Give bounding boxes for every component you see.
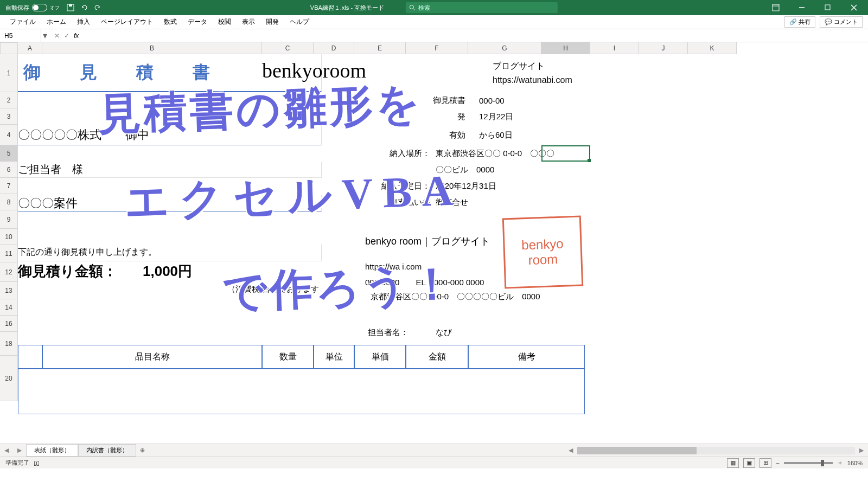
row-header-13[interactable]: 13 — [0, 282, 18, 299]
column-header-F[interactable]: F — [406, 42, 468, 54]
date-value: 12月22日 — [479, 108, 588, 125]
tax-note: （消費税 合んでおります — [202, 281, 322, 297]
project-name: 〇〇〇案件 — [18, 195, 322, 211]
namebox-dropdown-icon[interactable]: ▾ — [41, 30, 49, 41]
undo-icon[interactable] — [80, 4, 88, 12]
name-box[interactable]: H5 — [0, 29, 41, 42]
column-header-C[interactable]: C — [262, 42, 314, 54]
search-input[interactable]: 検索 — [406, 2, 558, 13]
sheet-tab-inactive[interactable]: 内訳書（雛形） — [78, 444, 136, 457]
zoom-slider[interactable] — [784, 462, 833, 464]
save-icon[interactable] — [66, 4, 74, 12]
fill-handle[interactable] — [588, 159, 591, 162]
column-header-A[interactable]: A — [18, 42, 42, 54]
tab-pagelayout[interactable]: ページレイアウト — [101, 17, 153, 27]
minimize-icon[interactable] — [790, 0, 813, 15]
select-all-corner[interactable] — [0, 42, 18, 54]
svg-point-2 — [410, 5, 414, 9]
add-sheet-icon[interactable]: ⊕ — [136, 447, 148, 454]
column-header-B[interactable]: B — [42, 42, 262, 54]
row-header-18[interactable]: 18 — [0, 332, 18, 356]
quote-no: 000-00 — [479, 92, 588, 108]
column-header-D[interactable]: D — [314, 42, 354, 54]
sheet-tab-bar: ◀ ▶ 表紙（雛形） 内訳書（雛形） ⊕ ◀ ▶ — [0, 444, 868, 457]
row-header-4[interactable]: 4 — [0, 125, 18, 145]
redo-icon[interactable] — [93, 4, 101, 12]
share-button[interactable]: 🔗 共有 — [784, 16, 815, 28]
tab-help[interactable]: ヘルプ — [290, 17, 309, 27]
comment-button[interactable]: 💬 コメント — [820, 16, 863, 28]
scroll-left-icon[interactable]: ◀ — [564, 447, 577, 454]
horizontal-scrollbar[interactable]: ◀ ▶ — [564, 446, 868, 455]
ship-loc1: 東京都渋谷区〇〇 0-0-0 〇〇〇 — [436, 145, 626, 162]
column-header-H[interactable]: H — [541, 42, 590, 54]
row-header-5[interactable]: 5 — [0, 145, 18, 162]
worksheet-grid[interactable]: ABCDEFGHIJK 1234567891011121314161820 御 … — [0, 42, 868, 444]
row-header-14[interactable]: 14 — [0, 299, 18, 316]
tab-file[interactable]: ファイル — [10, 17, 36, 27]
formula-input[interactable] — [83, 30, 626, 41]
selected-cell[interactable] — [541, 145, 590, 162]
row-header-1[interactable]: 1 — [0, 54, 18, 92]
view-pagebreak-icon[interactable]: ⊞ — [760, 458, 771, 468]
tab-developer[interactable]: 開発 — [266, 17, 279, 27]
amount-label: 御見積り金額： — [18, 261, 137, 281]
column-header-K[interactable]: K — [688, 42, 737, 54]
column-header-I[interactable]: I — [590, 42, 639, 54]
tab-data[interactable]: データ — [188, 17, 207, 27]
autosave-label: 自動保存 — [5, 4, 29, 12]
tab-home[interactable]: ホーム — [47, 17, 66, 27]
tab-view[interactable]: 表示 — [242, 17, 255, 27]
sheet-tab-active[interactable]: 表紙（雛形） — [26, 444, 78, 457]
date-label: 発 — [354, 108, 468, 125]
zoom-in-icon[interactable]: ＋ — [837, 459, 843, 467]
fx-icon[interactable]: fx — [74, 32, 79, 40]
ribbon-display-icon[interactable] — [764, 0, 787, 15]
close-icon[interactable] — [843, 0, 865, 15]
accessibility-icon[interactable]: 🕮 — [34, 460, 40, 466]
svg-rect-4 — [773, 4, 779, 11]
maximize-icon[interactable] — [816, 0, 839, 15]
row-header-20[interactable]: 20 — [0, 356, 18, 401]
tab-formulas[interactable]: 数式 — [164, 17, 177, 27]
zoom-out-icon[interactable]: − — [776, 460, 779, 466]
rep-name: なび — [436, 325, 517, 339]
zoom-level[interactable]: 160% — [847, 460, 863, 466]
column-header-E[interactable]: E — [354, 42, 406, 54]
table-header-amount: 金額 — [406, 345, 468, 369]
confirm-formula-icon[interactable]: ✓ — [64, 32, 69, 40]
company-addr: 京都渋谷区〇〇 0-0-0 〇〇〇〇〇ビル 0000 — [354, 290, 604, 304]
autosave-toggle[interactable] — [32, 4, 47, 11]
tab-prev-icon[interactable]: ◀ — [0, 447, 13, 454]
ship-date-label: 納入予定日： — [354, 178, 433, 194]
tab-insert[interactable]: 挿入 — [77, 17, 90, 27]
view-pagelayout-icon[interactable]: ▣ — [743, 458, 755, 468]
row-header-16[interactable]: 16 — [0, 316, 18, 332]
row-header-2[interactable]: 2 — [0, 92, 18, 108]
row-header-6[interactable]: 6 — [0, 162, 18, 178]
row-header-3[interactable]: 3 — [0, 108, 18, 125]
svg-line-3 — [413, 9, 415, 10]
row-header-10[interactable]: 10 — [0, 229, 18, 245]
filename-label: VBA練習１.xls - 互換モード — [310, 4, 384, 12]
row-header-7[interactable]: 7 — [0, 178, 18, 194]
tab-review[interactable]: 校閲 — [218, 17, 231, 27]
column-header-J[interactable]: J — [639, 42, 688, 54]
row-header-12[interactable]: 12 — [0, 262, 18, 282]
tab-next-icon[interactable]: ▶ — [13, 447, 26, 454]
scroll-right-icon[interactable]: ▶ — [855, 447, 868, 454]
scroll-thumb[interactable] — [577, 447, 697, 454]
status-ready: 準備完了 — [5, 459, 29, 467]
table-row — [18, 369, 585, 414]
contact-name: ご担当者 様 — [18, 162, 322, 178]
view-normal-icon[interactable]: ▦ — [727, 458, 739, 468]
table-header-price: 単価 — [354, 345, 406, 369]
autosave-state: オフ — [50, 4, 60, 11]
rep-label: 担当者名： — [333, 325, 411, 339]
row-header-9[interactable]: 9 — [0, 210, 18, 229]
row-header-11[interactable]: 11 — [0, 245, 18, 262]
column-header-G[interactable]: G — [468, 42, 541, 54]
cancel-formula-icon[interactable]: ✕ — [54, 32, 60, 40]
row-header-8[interactable]: 8 — [0, 194, 18, 210]
pay-value: 御打合せ — [436, 194, 571, 210]
